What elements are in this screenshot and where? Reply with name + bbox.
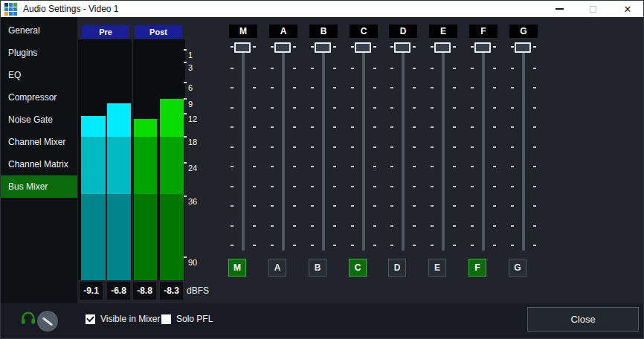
bus-toggle-C[interactable]: C [349,259,367,277]
bus-toggle-B[interactable]: B [309,259,326,277]
fader-tick-left-D [390,166,393,167]
fader-track-E[interactable] [442,50,445,251]
fader-tick-right-B [333,68,336,69]
fader-tick-left-A [271,245,274,246]
fader-tick-right-C [373,68,376,69]
fader-tick-left-E [431,205,434,207]
fader-tick-right-B [333,146,336,148]
fader-handle-M[interactable] [234,42,251,53]
fader-tick-right-C [373,107,376,109]
bus-toggle-E[interactable]: E [428,259,446,277]
fader-tick-left-M [231,205,234,207]
fader-tick-right-E [453,186,456,187]
fader-track-M[interactable] [242,50,245,251]
sidebar-item-channel-matrix[interactable]: Channel Matrix [1,153,77,175]
fader-tick-right-A [293,225,296,227]
maximize-button[interactable] [580,1,605,17]
sidebar-item-channel-mixer[interactable]: Channel Mixer [1,131,77,153]
fader-handle-B[interactable] [315,42,331,53]
post-meter-toggle[interactable]: Post [135,25,182,39]
fader-track-A[interactable] [282,50,285,251]
fader-tick-right-A [293,186,296,187]
solo-pfl-checkbox[interactable]: Solo PFL [161,314,213,324]
fader-track-G[interactable] [522,50,525,251]
fader-tick-right-D [413,225,416,227]
fader-track-B[interactable] [322,50,325,251]
fader-tick-left-G [511,146,514,148]
knob-pointer [42,317,53,326]
fader-tick-left-B [311,186,314,187]
app-icon-cell [4,7,8,11]
pre-meter-bar-1 [81,116,106,280]
bus-toggle-F[interactable]: F [468,259,486,277]
pre-meter-toggle[interactable]: Pre [82,25,129,39]
close-button[interactable]: Close [527,307,639,332]
visible-in-mixer-checkbox[interactable]: Visible in Mixer [86,314,160,324]
minimize-button[interactable] [547,1,572,17]
bus-toggle-G[interactable]: G [509,259,527,277]
fader-track-C[interactable] [362,50,365,251]
fader-tick-left-B [311,68,314,69]
fader-handle-A[interactable] [274,42,291,53]
fader-tick-left-B [311,87,314,88]
fader-tick-left-G [511,68,514,69]
headphones-icon[interactable] [20,310,36,326]
scale-tick-label: 12 [188,114,197,123]
checkbox-box[interactable] [161,314,171,324]
fader-tick-left-C [351,166,354,167]
meter-reading-2: -6.8 [107,282,130,300]
bus-toggle-D[interactable]: D [388,259,406,277]
fader-tick-left-A [271,87,274,88]
bus-toggle-A[interactable]: A [268,259,286,277]
fader-handle-F[interactable] [474,42,491,53]
fader-handle-G[interactable] [515,42,531,53]
fader-tick-left-M [231,107,234,109]
fader-tick-right-A [293,126,296,128]
scale-tick-mark [184,196,187,197]
bus-toggle-M[interactable]: M [228,259,246,277]
fader-tick-right-E [453,126,456,128]
scale-tick-mark [184,82,187,83]
fader-tick-left-E [431,107,434,109]
scale-tick-mark [184,136,187,138]
fader-tick-left-E [431,126,434,128]
sidebar-item-bus-mixer[interactable]: Bus Mixer [1,175,77,198]
fader-track-D[interactable] [402,50,405,251]
monitor-volume-knob[interactable] [37,311,58,332]
close-window-button[interactable]: ✕ [615,1,640,17]
scale-tick-label: 90 [188,258,197,267]
fader-handle-C[interactable] [355,42,371,53]
checkbox-box[interactable] [86,314,95,324]
app-icon-cell [9,12,13,16]
fader-tick-right-F [493,186,496,187]
scale-tick-label: 24 [188,164,197,172]
fader-tick-right-M [253,107,256,109]
sidebar-item-eq[interactable]: EQ [1,64,77,86]
fader-tick-left-C [351,245,354,246]
fader-track-F[interactable] [482,50,485,251]
dbfs-unit-label: dBFS [187,282,209,300]
fader-tick-left-B [311,166,314,167]
fader-tick-right-M [253,225,256,227]
fader-handle-D[interactable] [394,42,410,53]
fader-tick-right-E [453,146,456,148]
scale-tick-label: 6 [188,83,193,92]
sidebar-item-general[interactable]: General [1,19,77,42]
fader-tick-left-G [511,245,514,246]
fader-tick-right-C [373,87,376,88]
sidebar-item-plugins[interactable]: Plugins [1,42,77,64]
fader-tick-left-D [390,186,393,187]
fader-tick-right-M [253,126,256,128]
sidebar-item-compressor[interactable]: Compressor [1,86,77,109]
fader-tick-right-C [373,166,376,167]
sidebar: GeneralPluginsEQCompressorNoise GateChan… [1,17,77,303]
fader-handle-E[interactable] [434,42,451,53]
app-icon [4,3,17,16]
scale-tick-mark [184,256,187,258]
fader-tick-left-F [471,107,474,109]
fader-tick-right-B [333,245,336,246]
fader-tick-right-A [293,87,296,88]
sidebar-item-noise-gate[interactable]: Noise Gate [1,109,77,131]
fader-tick-left-G [511,166,514,167]
fader-tick-left-M [231,186,234,187]
